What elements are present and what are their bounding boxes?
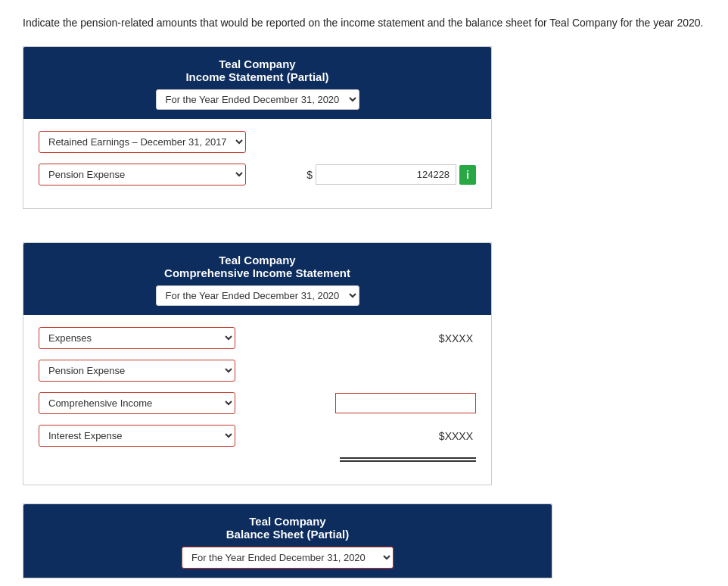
comprehensive-income-body: Expenses Pension Expense Comprehensive I…: [23, 315, 491, 485]
balance-sheet-card: Teal Company Balance Sheet (Partial) For…: [23, 503, 552, 578]
comp-row3-dropdown[interactable]: Comprehensive Income Pension Expense Exp…: [39, 392, 235, 414]
income-statement-body: Retained Earnings – December 31, 2017 Pe…: [23, 119, 491, 208]
double-underline: [340, 457, 476, 462]
income-period-select[interactable]: For the Year Ended December 31, 2020 For…: [156, 89, 359, 110]
comp-row4-placeholder: $XXXX: [439, 430, 476, 442]
balance-company-name: Teal Company: [36, 515, 540, 528]
comp-row1-dropdown[interactable]: Expenses Pension Expense Comprehensive I…: [39, 327, 235, 349]
income-statement-header: Teal Company Income Statement (Partial) …: [23, 47, 491, 119]
comp-row1-placeholder: $XXXX: [439, 332, 476, 344]
income-row-1: Retained Earnings – December 31, 2017 Pe…: [39, 131, 476, 153]
comp-row4-dropdown[interactable]: Interest Expense Pension Expense Expense…: [39, 425, 235, 447]
balance-sheet-title: Balance Sheet (Partial): [36, 528, 540, 541]
income-amount-input[interactable]: [316, 164, 456, 185]
comp-period-select[interactable]: For the Year Ended December 31, 2020 For…: [156, 285, 359, 306]
comp-row-3: Comprehensive Income Pension Expense Exp…: [39, 392, 476, 414]
comp-row2-dropdown[interactable]: Pension Expense Expenses Comprehensive I…: [39, 360, 235, 382]
income-statement-card: Teal Company Income Statement (Partial) …: [23, 46, 492, 209]
comp-company-name: Teal Company: [36, 254, 479, 267]
income-amount-group: $ i: [306, 164, 476, 185]
intro-text: Indicate the pension-related amounts tha…: [23, 15, 705, 31]
income-row2-dropdown[interactable]: Pension Expense Retained Earnings – Dece…: [39, 164, 246, 185]
income-dollar-sign: $: [306, 169, 313, 181]
comprehensive-income-card: Teal Company Comprehensive Income Statem…: [23, 242, 492, 485]
comp-row-4: Interest Expense Pension Expense Expense…: [39, 425, 476, 447]
balance-sheet-header: Teal Company Balance Sheet (Partial) For…: [23, 504, 552, 578]
comp-row3-input[interactable]: [335, 393, 476, 413]
income-row-2: Pension Expense Retained Earnings – Dece…: [39, 164, 476, 185]
income-row1-dropdown[interactable]: Retained Earnings – December 31, 2017 Pe…: [39, 131, 246, 153]
balance-period-select[interactable]: For the Year Ended December 31, 2020 For…: [182, 547, 394, 569]
comp-row-1: Expenses Pension Expense Comprehensive I…: [39, 327, 476, 349]
comp-row-2: Pension Expense Expenses Comprehensive I…: [39, 360, 476, 382]
income-info-button[interactable]: i: [459, 165, 476, 185]
comprehensive-income-header: Teal Company Comprehensive Income Statem…: [23, 243, 491, 315]
income-statement-title: Income Statement (Partial): [36, 70, 479, 83]
comp-statement-title: Comprehensive Income Statement: [36, 267, 479, 279]
comp-row3-amount-group: [335, 393, 476, 413]
income-company-name: Teal Company: [36, 58, 479, 70]
